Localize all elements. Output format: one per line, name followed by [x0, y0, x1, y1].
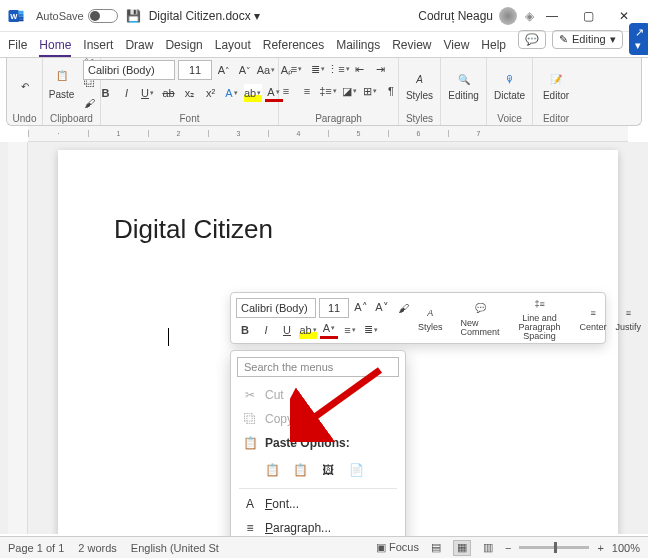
bold-button[interactable]: B — [97, 84, 115, 102]
align-left-icon[interactable]: ≡ — [277, 82, 295, 100]
shading-icon[interactable]: ◪ — [340, 82, 358, 100]
show-marks-icon[interactable]: ¶ — [382, 82, 400, 100]
multilevel-icon[interactable]: ⋮≡ — [330, 60, 348, 78]
zoom-in-button[interactable]: + — [597, 542, 603, 554]
save-icon[interactable]: 💾 — [126, 9, 141, 23]
context-paste-options-label: 📋Paste Options: — [231, 431, 405, 455]
print-layout-icon[interactable]: ▦ — [453, 540, 471, 556]
paste-merge-icon[interactable]: 📋 — [289, 459, 311, 481]
mini-numbering-icon[interactable]: ≣ — [362, 321, 380, 339]
editing-mode-button[interactable]: ✎ Editing ▾ — [552, 30, 623, 49]
dictate-button[interactable]: 🎙Dictate — [490, 70, 529, 103]
increase-indent-icon[interactable]: ⇥ — [372, 60, 390, 78]
share-button[interactable]: ↗ ▾ — [629, 23, 648, 55]
mini-bullets-icon[interactable]: ≡ — [341, 321, 359, 339]
comments-button[interactable]: 💬 — [518, 30, 546, 49]
styles-button[interactable]: AStyles — [402, 70, 437, 103]
mini-size-combo[interactable]: 11 — [319, 298, 349, 318]
svg-rect-4 — [18, 16, 23, 19]
autosave-toggle[interactable]: AutoSave — [36, 9, 118, 23]
paste-button[interactable]: 📋Paste — [45, 63, 79, 102]
grow-font-icon[interactable]: A˄ — [215, 61, 233, 79]
align-center-icon[interactable]: ≡ — [298, 82, 316, 100]
paste-text-only-icon[interactable]: 📄 — [345, 459, 367, 481]
vertical-ruler[interactable] — [8, 142, 28, 534]
zoom-level[interactable]: 100% — [612, 542, 640, 554]
editor-button[interactable]: 📝Editor — [539, 70, 573, 103]
status-page[interactable]: Page 1 of 1 — [8, 542, 64, 554]
strike-button[interactable]: ab — [160, 84, 178, 102]
borders-icon[interactable]: ⊞ — [361, 82, 379, 100]
undo-button[interactable]: ↶ — [13, 76, 37, 96]
mini-grow-font-icon[interactable]: A˄ — [352, 299, 370, 317]
font-dialog-icon: A — [243, 496, 257, 512]
mini-justify-button[interactable]: ≡Justify — [613, 304, 645, 332]
tab-view[interactable]: View — [444, 38, 470, 57]
tab-draw[interactable]: Draw — [125, 38, 153, 57]
line-spacing-icon[interactable]: ‡≡ — [319, 82, 337, 100]
avatar-icon — [499, 7, 517, 25]
numbering-icon[interactable]: ≣ — [309, 60, 327, 78]
mini-font-combo[interactable]: Calibri (Body) — [236, 298, 316, 318]
font-name-combo[interactable]: Calibri (Body) — [83, 60, 175, 80]
ribbon-group-undo: ↶ Undo — [7, 58, 43, 125]
status-words[interactable]: 2 words — [78, 542, 117, 554]
mini-highlight-icon[interactable]: ab — [299, 321, 317, 339]
group-label-styles: Styles — [406, 113, 433, 124]
ribbon-group-editor: 📝Editor Editor — [533, 58, 579, 125]
context-search-input[interactable]: Search the menus — [237, 357, 399, 377]
paste-keep-source-icon[interactable]: 📋 — [261, 459, 283, 481]
toggle-off-icon — [88, 9, 118, 23]
mini-underline-button[interactable]: U — [278, 321, 296, 339]
editing-button[interactable]: 🔍Editing — [444, 70, 483, 103]
context-menu: Search the menus ✂Cut ⿻Copy 📋Paste Optio… — [230, 350, 406, 558]
horizontal-ruler[interactable]: ·1234567 — [28, 126, 628, 142]
mini-format-painter-icon[interactable]: 🖌 — [394, 299, 412, 317]
tab-references[interactable]: References — [263, 38, 324, 57]
bullets-icon[interactable]: ≡ — [288, 60, 306, 78]
document-title[interactable]: Digital Citizen.docx ▾ — [149, 9, 260, 23]
underline-button[interactable]: U — [139, 84, 157, 102]
italic-button[interactable]: I — [118, 84, 136, 102]
font-size-combo[interactable]: 11 — [178, 60, 212, 80]
autosave-label: AutoSave — [36, 10, 84, 22]
mini-new-comment-button[interactable]: 💬New Comment — [458, 300, 503, 337]
mini-italic-button[interactable]: I — [257, 321, 275, 339]
mini-font-color-icon[interactable]: A — [320, 321, 338, 339]
subscript-button[interactable]: x₂ — [181, 84, 199, 102]
status-lang[interactable]: English (United St — [131, 542, 219, 554]
tab-review[interactable]: Review — [392, 38, 431, 57]
focus-mode-button[interactable]: ▣ Focus — [376, 541, 419, 554]
mini-center-button[interactable]: ≡Center — [577, 304, 610, 332]
mini-styles-button[interactable]: AStyles — [415, 304, 446, 332]
word-app-icon: W — [6, 6, 26, 26]
premium-icon[interactable]: ◈ — [525, 9, 534, 23]
change-case-icon[interactable]: Aa — [257, 61, 275, 79]
mini-line-spacing-button[interactable]: ‡≡Line and Paragraph Spacing — [506, 295, 574, 341]
paste-picture-icon[interactable]: 🖼 — [317, 459, 339, 481]
svg-text:W: W — [10, 12, 18, 21]
tab-help[interactable]: Help — [481, 38, 506, 57]
shrink-font-icon[interactable]: A˅ — [236, 61, 254, 79]
paragraph-dialog-icon: ≡ — [243, 520, 257, 536]
decrease-indent-icon[interactable]: ⇤ — [351, 60, 369, 78]
highlight-icon[interactable]: ab — [244, 84, 262, 102]
tab-layout[interactable]: Layout — [215, 38, 251, 57]
read-mode-icon[interactable]: ▤ — [427, 540, 445, 556]
tab-design[interactable]: Design — [165, 38, 202, 57]
context-cut: ✂Cut — [231, 383, 405, 407]
mini-toolbar: Calibri (Body) 11 A˄ A˅ 🖌 B I U ab A ≡ ≣… — [230, 292, 606, 344]
document-heading: Digital Citizen — [114, 214, 562, 245]
superscript-button[interactable]: x² — [202, 84, 220, 102]
tab-file[interactable]: File — [8, 38, 27, 57]
text-cursor — [168, 328, 169, 346]
web-layout-icon[interactable]: ▥ — [479, 540, 497, 556]
tab-mailings[interactable]: Mailings — [336, 38, 380, 57]
text-effects-icon[interactable]: A — [223, 84, 241, 102]
zoom-slider[interactable] — [519, 546, 589, 549]
zoom-out-button[interactable]: − — [505, 542, 511, 554]
context-font[interactable]: AFont... — [231, 492, 405, 516]
mini-bold-button[interactable]: B — [236, 321, 254, 339]
mini-shrink-font-icon[interactable]: A˅ — [373, 299, 391, 317]
user-account[interactable]: Codruț Neagu — [418, 7, 517, 25]
